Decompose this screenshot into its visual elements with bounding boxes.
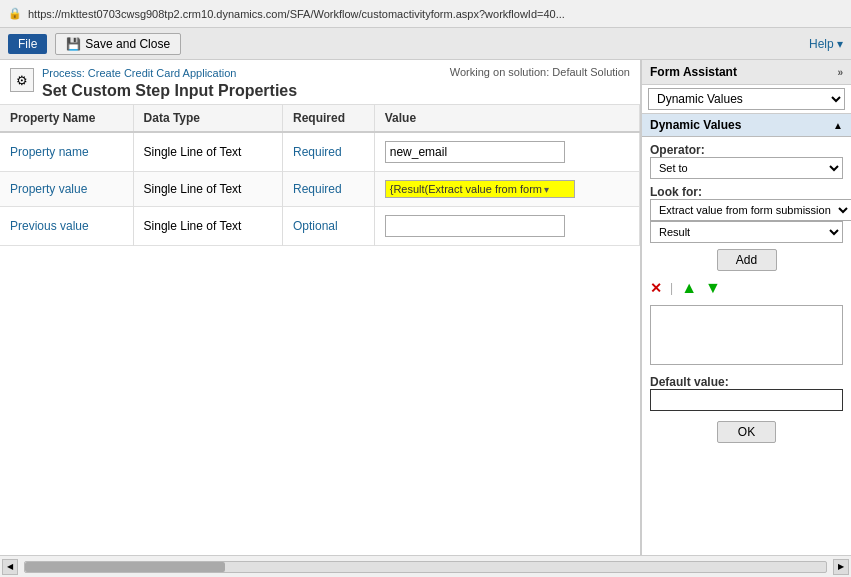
fa-section-label: Dynamic Values — [650, 118, 741, 132]
fa-icon-row: ✕ | ▲ ▼ — [650, 277, 843, 299]
data-type-cell: Single Line of Text — [133, 132, 282, 172]
look-for-dropdown-2[interactable]: Result — [650, 221, 843, 243]
scrollbar-thumb[interactable] — [25, 562, 225, 572]
look-for-row-1: Extract value from form submission — [650, 199, 843, 221]
bottom-scrollbar: ◀ ▶ — [0, 555, 851, 577]
value-input-1[interactable] — [385, 141, 565, 163]
add-btn-row: Add — [650, 249, 843, 271]
col-header-data-type: Data Type — [133, 105, 282, 132]
properties-table: Property Name Data Type Required Value P… — [0, 105, 640, 246]
default-value-group: Default value: — [650, 371, 843, 411]
look-for-group: Look for: Extract value from form submis… — [650, 185, 843, 243]
solution-info: Working on solution: Default Solution — [450, 66, 630, 78]
operator-group: Operator: Set to Clear — [650, 143, 843, 179]
toolbar: File 💾 Save and Close Help ▾ — [0, 28, 851, 60]
value-highlight[interactable]: {Result(Extract value from form ▾ — [385, 180, 575, 198]
right-panel: Form Assistant » Dynamic Values Static V… — [641, 60, 851, 555]
process-header: ⚙ Process: Create Credit Card Applicatio… — [0, 60, 640, 105]
left-panel: ⚙ Process: Create Credit Card Applicatio… — [0, 60, 641, 555]
value-input-3[interactable] — [385, 215, 565, 237]
properties-table-wrap: Property Name Data Type Required Value P… — [0, 105, 640, 555]
file-button[interactable]: File — [8, 34, 47, 54]
data-type-cell-2: Single Line of Text — [133, 172, 282, 207]
delete-icon[interactable]: ✕ — [650, 280, 662, 296]
process-link[interactable]: Process: Create Credit Card Application — [42, 67, 236, 79]
scroll-right-arrow[interactable]: ▶ — [833, 559, 849, 575]
prop-name-link-2[interactable]: Property value — [10, 182, 87, 196]
data-type-cell-3: Single Line of Text — [133, 207, 282, 246]
fa-section-header[interactable]: Dynamic Values ▲ — [642, 114, 851, 137]
save-close-button[interactable]: 💾 Save and Close — [55, 33, 181, 55]
form-assistant-title: Form Assistant — [650, 65, 737, 79]
url-text: https://mkttest0703cwsg908tp2.crm10.dyna… — [28, 8, 843, 20]
fa-section-arrow-icon[interactable]: ▲ — [833, 120, 843, 131]
value-cell-3[interactable] — [374, 207, 639, 246]
ok-btn-row: OK — [650, 421, 843, 443]
col-header-property-name: Property Name — [0, 105, 133, 132]
add-button[interactable]: Add — [717, 249, 777, 271]
value-cell-2[interactable]: {Result(Extract value from form ▾ — [374, 172, 639, 207]
scroll-left-arrow[interactable]: ◀ — [2, 559, 18, 575]
table-row: Previous value Single Line of Text Optio… — [0, 207, 640, 246]
scrollbar-track[interactable] — [24, 561, 827, 573]
highlight-dropdown-arrow[interactable]: ▾ — [544, 184, 549, 195]
operator-label: Operator: — [650, 143, 843, 157]
fa-textarea[interactable] — [650, 305, 843, 365]
separator: | — [670, 281, 673, 295]
process-icon: ⚙ — [10, 68, 34, 92]
required-badge: Required — [293, 145, 342, 159]
operator-row: Set to Clear — [650, 157, 843, 179]
main-content: ⚙ Process: Create Credit Card Applicatio… — [0, 60, 851, 555]
prop-name-link[interactable]: Property name — [10, 145, 89, 159]
move-up-icon[interactable]: ▲ — [681, 279, 697, 297]
gear-icon: ⚙ — [16, 73, 28, 88]
look-for-row-2: Result — [650, 221, 843, 243]
process-info: Process: Create Credit Card Application … — [42, 66, 442, 100]
table-row: Property name Single Line of Text Requir… — [0, 132, 640, 172]
save-close-label: Save and Close — [85, 37, 170, 51]
value-cell[interactable] — [374, 132, 639, 172]
dynamic-values-dropdown[interactable]: Dynamic Values Static Values — [648, 88, 845, 110]
fa-body: Operator: Set to Clear Look for: Extract… — [642, 137, 851, 555]
look-for-label: Look for: — [650, 185, 843, 199]
operator-dropdown[interactable]: Set to Clear — [650, 157, 843, 179]
save-icon: 💾 — [66, 37, 81, 51]
optional-badge: Optional — [293, 219, 338, 233]
help-button[interactable]: Help ▾ — [809, 37, 843, 51]
highlight-text: {Result(Extract value from form — [390, 183, 542, 195]
move-down-icon[interactable]: ▼ — [705, 279, 721, 297]
col-header-required: Required — [282, 105, 374, 132]
look-for-dropdown-1[interactable]: Extract value from form submission — [650, 199, 851, 221]
prop-name-link-3[interactable]: Previous value — [10, 219, 89, 233]
default-value-input[interactable] — [650, 389, 843, 411]
col-header-value: Value — [374, 105, 639, 132]
required-badge-2: Required — [293, 182, 342, 196]
lock-icon: 🔒 — [8, 7, 22, 20]
table-row: Property value Single Line of Text Requi… — [0, 172, 640, 207]
chevron-right-icon[interactable]: » — [837, 67, 843, 78]
ok-button[interactable]: OK — [717, 421, 776, 443]
default-value-label: Default value: — [650, 375, 843, 389]
fa-dropdown-row: Dynamic Values Static Values — [642, 85, 851, 114]
address-bar: 🔒 https://mkttest0703cwsg908tp2.crm10.dy… — [0, 0, 851, 28]
page-title: Set Custom Step Input Properties — [42, 82, 442, 100]
form-assistant-header: Form Assistant » — [642, 60, 851, 85]
